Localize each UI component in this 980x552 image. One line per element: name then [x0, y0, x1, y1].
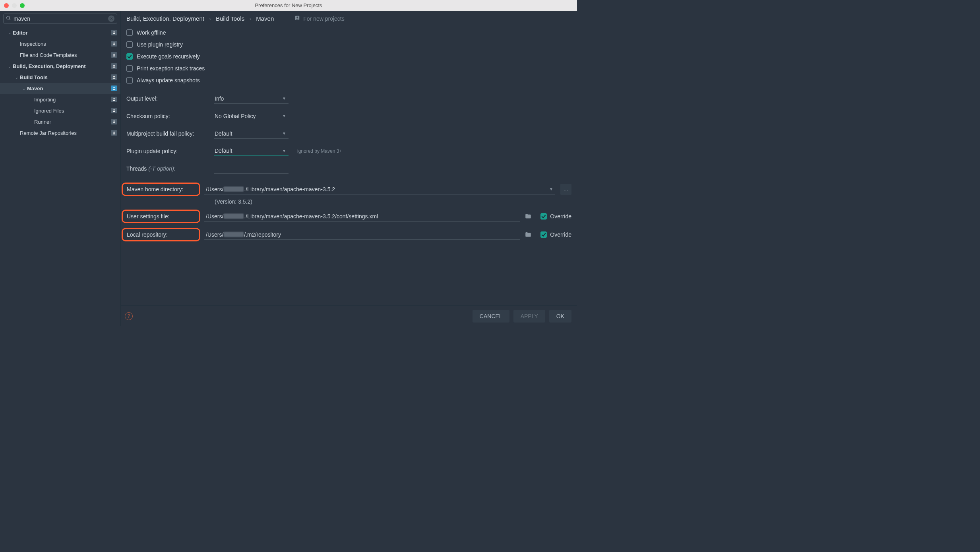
chevron-down-icon: ⌄	[6, 31, 13, 35]
clear-search-icon[interactable]: ✕	[108, 16, 114, 22]
exec-recursive-checkbox[interactable]	[126, 53, 133, 60]
sidebar-item-label: File and Code Templates	[20, 52, 111, 58]
sidebar-item-label: Maven	[27, 86, 111, 91]
plugin-registry-checkbox[interactable]	[126, 41, 133, 48]
output-level-select[interactable]: Info▼	[214, 93, 289, 104]
sidebar: ✕ ⌄EditorInspectionsFile and Code Templa…	[0, 11, 121, 326]
main-panel: Build, Execution, Deployment › Build Too…	[121, 11, 577, 326]
threads-input[interactable]	[214, 163, 289, 174]
profile-icon	[111, 30, 117, 35]
breadcrumb: Build, Execution, Deployment › Build Too…	[121, 11, 577, 25]
sidebar-item-label: Ignored Files	[34, 108, 111, 114]
sidebar-item-label: Editor	[13, 30, 111, 36]
svg-point-3	[113, 43, 114, 44]
profile-icon	[111, 119, 117, 124]
bc-2[interactable]: Build Tools	[216, 15, 244, 22]
scope-text: For new projects	[303, 16, 344, 22]
checksum-policy-label: Checksum policy:	[126, 113, 210, 119]
local-repo-override-checkbox[interactable]	[540, 231, 547, 238]
print-stack-label: Print exception stack traces	[137, 65, 205, 72]
plugin-update-label: Plugin update policy:	[126, 148, 210, 154]
apply-button[interactable]: APPLY	[513, 310, 545, 323]
multi-fail-select[interactable]: Default▼	[214, 128, 289, 139]
local-repo-field[interactable]: /Users//.m2/repository	[204, 229, 520, 240]
profile-icon	[111, 108, 117, 113]
search-icon	[6, 16, 11, 22]
maven-home-field[interactable]: /Users/./Library/maven/apache-maven-3.5.…	[204, 184, 555, 194]
cancel-button[interactable]: CANCEL	[473, 310, 509, 323]
profile-icon	[111, 97, 117, 102]
search-input[interactable]	[14, 16, 106, 22]
redacted-text	[224, 187, 244, 192]
work-offline-checkbox[interactable]	[126, 29, 133, 36]
svg-point-8	[113, 98, 114, 99]
sidebar-item-build-execution-deployment[interactable]: ⌄Build, Execution, Deployment	[0, 60, 120, 72]
plugin-update-select[interactable]: Default▼	[214, 146, 289, 156]
checksum-policy-select[interactable]: No Global Policy▼	[214, 111, 289, 121]
chevron-down-icon: ⌄	[14, 75, 20, 80]
sidebar-item-file-and-code-templates[interactable]: File and Code Templates	[0, 49, 120, 60]
user-settings-field[interactable]: /Users/./Library/maven/apache-maven-3.5.…	[204, 211, 520, 222]
ok-button[interactable]: OK	[549, 310, 571, 323]
help-button[interactable]: ?	[125, 312, 133, 320]
update-snapshots-label: Always update snapshots	[137, 77, 200, 84]
print-stack-checkbox[interactable]	[126, 65, 133, 72]
profile-icon	[111, 63, 117, 69]
user-settings-override-checkbox[interactable]	[540, 213, 547, 220]
sidebar-item-remote-jar-repositories[interactable]: Remote Jar Repositories	[0, 127, 120, 138]
close-window-button[interactable]	[4, 3, 9, 8]
browse-local-repo-button[interactable]	[524, 230, 533, 239]
profile-icon	[111, 74, 117, 80]
svg-point-0	[7, 16, 10, 19]
user-settings-override-label: Override	[550, 213, 571, 220]
sidebar-item-build-tools[interactable]: ⌄Build Tools	[0, 72, 120, 83]
svg-point-2	[113, 31, 114, 33]
output-level-label: Output level:	[126, 95, 210, 102]
search-box[interactable]: ✕	[3, 14, 117, 24]
chevron-down-icon[interactable]: ▼	[549, 187, 553, 191]
chevron-down-icon: ▼	[282, 131, 286, 136]
sidebar-item-importing[interactable]: Importing	[0, 94, 120, 105]
profile-icon	[294, 15, 300, 22]
browse-maven-home-button[interactable]: …	[560, 184, 571, 195]
sidebar-item-label: Remote Jar Repositories	[20, 130, 111, 136]
sidebar-item-label: Build, Execution, Deployment	[13, 63, 111, 69]
scope-indicator: For new projects	[294, 15, 344, 22]
traffic-lights	[0, 3, 25, 8]
profile-icon	[111, 130, 117, 136]
svg-point-5	[113, 65, 114, 66]
svg-point-11	[113, 132, 114, 133]
chevron-down-icon: ▼	[282, 96, 286, 101]
profile-icon	[111, 86, 117, 91]
maven-version-note: (Version: 3.5.2)	[215, 198, 571, 205]
update-snapshots-checkbox[interactable]	[126, 77, 133, 84]
svg-point-7	[113, 87, 114, 88]
sidebar-item-label: Build Tools	[20, 74, 111, 80]
svg-point-9	[113, 109, 114, 111]
titlebar: Preferences for New Projects	[0, 0, 577, 11]
sidebar-item-ignored-files[interactable]: Ignored Files	[0, 105, 120, 116]
chevron-right-icon: ›	[249, 15, 251, 22]
settings-tree: ⌄EditorInspectionsFile and Code Template…	[0, 26, 120, 326]
browse-user-settings-button[interactable]	[524, 212, 533, 221]
bc-1[interactable]: Build, Execution, Deployment	[126, 15, 204, 22]
sidebar-item-inspections[interactable]: Inspections	[0, 38, 120, 49]
profile-icon	[111, 52, 117, 58]
window-title: Preferences for New Projects	[0, 2, 577, 8]
svg-point-13	[297, 17, 298, 18]
chevron-down-icon: ▼	[282, 114, 286, 118]
sidebar-item-label: Runner	[34, 119, 111, 125]
zoom-window-button[interactable]	[20, 3, 25, 8]
minimize-window-button	[12, 3, 17, 8]
footer: ? CANCEL APPLY OK	[121, 305, 577, 326]
chevron-down-icon: ⌄	[6, 64, 13, 68]
redacted-text	[224, 232, 244, 237]
plugin-update-hint: ignored by Maven 3+	[297, 148, 342, 154]
svg-point-6	[113, 76, 114, 77]
sidebar-item-editor[interactable]: ⌄Editor	[0, 27, 120, 38]
chevron-down-icon: ▼	[282, 149, 286, 153]
user-settings-label: User settings file:	[122, 210, 200, 223]
sidebar-item-maven[interactable]: ⌄Maven	[0, 83, 120, 94]
sidebar-item-runner[interactable]: Runner	[0, 116, 120, 127]
bc-3[interactable]: Maven	[256, 15, 274, 22]
